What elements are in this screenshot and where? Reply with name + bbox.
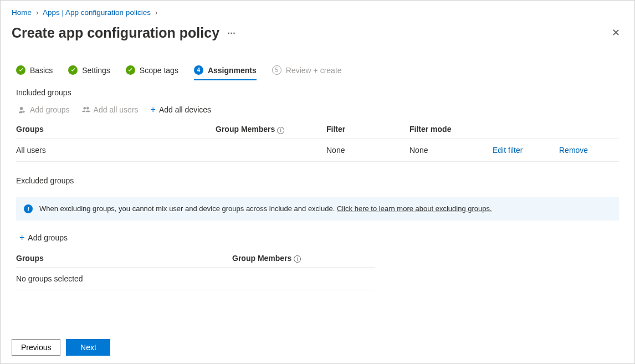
excluded-groups-label: Excluded groups [1, 162, 634, 197]
col-filter-mode: Filter mode [409, 125, 493, 134]
chevron-right-icon: › [36, 9, 38, 17]
edit-filter-link[interactable]: Edit filter [493, 146, 559, 155]
table-row-empty: No groups selected [16, 268, 375, 290]
cell-filter-mode: None [409, 146, 493, 155]
col-filter: Filter [326, 125, 409, 134]
col-groups: Groups [16, 254, 232, 263]
tab-review-create: 5 Review + create [272, 65, 342, 80]
check-icon [68, 65, 78, 75]
page-title: Create app configuration policy [12, 25, 219, 41]
included-groups-label: Included groups [1, 80, 634, 102]
empty-message: No groups selected [16, 274, 232, 283]
step-number-icon: 4 [194, 65, 203, 75]
button-label: Add all devices [159, 105, 211, 114]
more-options-icon[interactable]: ⋯ [227, 28, 237, 38]
breadcrumb: Home › Apps | App configuration policies… [1, 1, 634, 19]
included-action-row: Add groups Add all users + Add all devic… [1, 102, 634, 120]
add-groups-button[interactable]: Add groups [18, 105, 70, 114]
plus-icon: + [151, 105, 156, 115]
col-members: Group Membersi [232, 254, 375, 263]
tab-label: Review + create [286, 66, 342, 75]
excluded-groups-table: Groups Group Membersi No groups selected [16, 249, 375, 291]
info-icon[interactable]: i [294, 255, 301, 263]
cell-group: All users [16, 146, 216, 155]
tab-settings[interactable]: Settings [68, 65, 110, 80]
breadcrumb-home[interactable]: Home [12, 8, 32, 17]
chevron-right-icon: › [155, 9, 157, 17]
tab-label: Assignments [208, 66, 257, 75]
cell-filter: None [326, 146, 409, 155]
col-members: Group Membersi [216, 125, 326, 134]
col-groups: Groups [16, 125, 216, 134]
table-row: All users None None Edit filter Remove [16, 139, 619, 162]
info-icon[interactable]: i [277, 127, 284, 134]
plus-icon: + [19, 233, 24, 243]
tab-basics[interactable]: Basics [16, 65, 53, 80]
close-button[interactable]: ✕ [608, 23, 623, 42]
breadcrumb-apps[interactable]: Apps | App configuration policies [43, 8, 151, 17]
person-add-icon [18, 106, 27, 114]
button-label: Add groups [28, 233, 68, 242]
excluded-add-groups-button[interactable]: + Add groups [1, 221, 634, 249]
button-label: Add groups [30, 105, 70, 114]
previous-button[interactable]: Previous [12, 339, 60, 356]
info-learn-more-link[interactable]: Click here to learn more about excluding… [337, 204, 492, 213]
tab-assignments[interactable]: 4 Assignments [194, 65, 257, 80]
check-icon [126, 65, 135, 75]
next-button[interactable]: Next [66, 339, 110, 356]
button-label: Add all users [94, 105, 139, 114]
add-all-devices-button[interactable]: + Add all devices [151, 105, 212, 115]
info-text: When excluding groups, you cannot mix us… [39, 204, 492, 213]
people-icon [82, 106, 90, 114]
included-groups-table: Groups Group Membersi Filter Filter mode… [16, 120, 619, 162]
footer: Previous Next [1, 334, 121, 363]
tab-scope-tags[interactable]: Scope tags [126, 65, 178, 80]
step-number-icon: 5 [272, 65, 281, 75]
check-icon [16, 65, 25, 75]
info-banner: i When excluding groups, you cannot mix … [16, 197, 619, 221]
page-header: Create app configuration policy ⋯ ✕ [1, 19, 634, 42]
info-icon: i [24, 204, 33, 213]
step-tabs: Basics Settings Scope tags 4 Assignments… [1, 42, 634, 80]
tab-label: Settings [82, 66, 110, 75]
tab-label: Scope tags [140, 66, 178, 75]
add-all-users-button[interactable]: Add all users [82, 105, 139, 114]
tab-label: Basics [30, 66, 53, 75]
remove-link[interactable]: Remove [559, 146, 614, 155]
